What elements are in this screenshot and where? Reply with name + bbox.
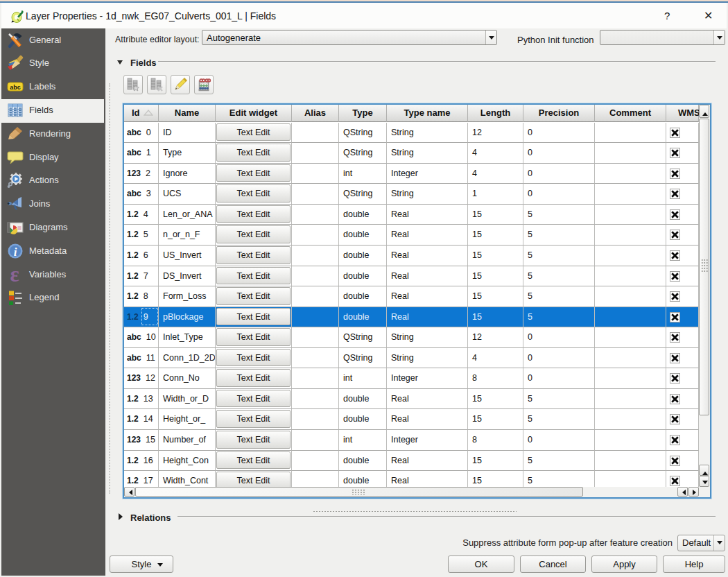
svg-text:i: i <box>14 245 17 258</box>
svg-text:abc: abc <box>10 84 21 91</box>
svg-text:ε: ε <box>10 266 19 283</box>
